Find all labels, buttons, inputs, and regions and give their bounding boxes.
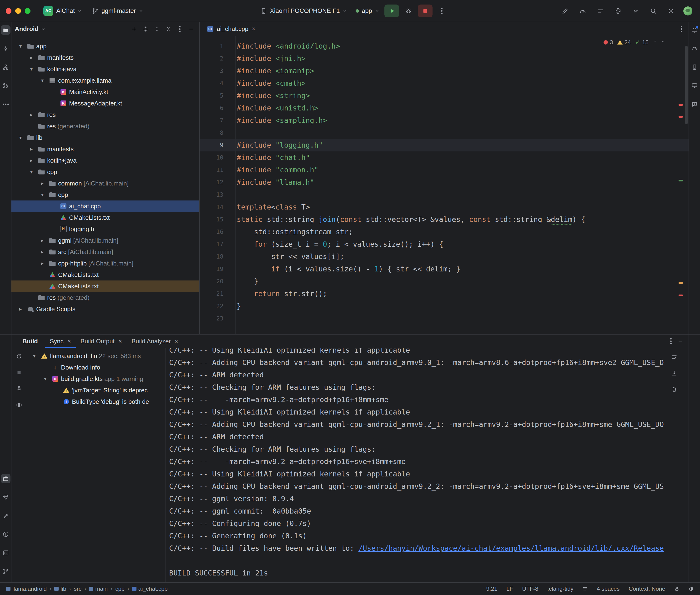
settings-icon[interactable] <box>666 6 676 16</box>
tree-row-ggml[interactable]: ▸ggml[AiChat.lib.main] <box>11 235 199 246</box>
console-line-4[interactable]: C/C++: -- Checking for ARM features usin… <box>169 381 689 394</box>
line-number[interactable]: 15 <box>200 213 233 226</box>
code-line-23[interactable]: 23 <box>200 312 689 325</box>
pin-icon[interactable] <box>14 384 24 394</box>
build-tab-build-output[interactable]: Build Output× <box>76 335 127 348</box>
clang-tidy-indicator[interactable]: .clang-tidy <box>547 586 573 592</box>
tree-row-messageadapter-kt[interactable]: MessageAdapter.kt <box>11 97 199 109</box>
chevron-right-icon[interactable]: ▸ <box>27 55 36 60</box>
console-line-15[interactable]: C/C++: -- Configuring done (0.7s) <box>169 517 689 530</box>
user-avatar[interactable] <box>683 6 692 16</box>
pull-requests-icon[interactable] <box>1 81 10 90</box>
code-line-13[interactable]: 13 <box>200 189 689 201</box>
build-tab-build-analyzer[interactable]: Build Analyzer× <box>127 335 183 348</box>
tree-row-cmakelists-txt[interactable]: CMakeLists.txt <box>11 212 199 223</box>
console-line-12[interactable]: C/C++: -- Adding CPU backend variant ggm… <box>169 480 689 492</box>
chevron-right-icon[interactable]: ▸ <box>38 180 47 186</box>
search-icon[interactable] <box>648 6 659 16</box>
chevron-right-icon[interactable]: ▸ <box>16 306 25 312</box>
stop-button[interactable] <box>418 4 432 18</box>
tree-row-com-example-llama[interactable]: ▾com.example.llama <box>11 75 199 86</box>
code-line-3[interactable]: 3#include <iomanip> <box>200 65 689 77</box>
profiler-icon[interactable] <box>578 6 588 16</box>
line-number[interactable]: 16 <box>200 226 233 238</box>
code-line-2[interactable]: 2#include <jni.h> <box>200 52 689 65</box>
panel-options-button[interactable] <box>175 24 185 34</box>
more-tool-windows-icon[interactable] <box>1 100 10 109</box>
stripe-mark[interactable] <box>678 116 683 118</box>
rerun-build-icon[interactable] <box>14 352 24 361</box>
debug-button[interactable] <box>401 4 416 18</box>
context-indicator[interactable]: Context: None <box>629 586 665 592</box>
quality-insights-icon[interactable] <box>1 492 10 502</box>
code-line-4[interactable]: 4#include <cmath> <box>200 77 689 89</box>
build-tree-row-build-gradle-kts[interactable]: ▾build.gradle.ktsapp 1 warning <box>27 373 166 385</box>
tree-row-cpp[interactable]: ▾cpp <box>11 166 199 178</box>
breadcrumb-main[interactable]: main <box>89 586 108 592</box>
console-line-14[interactable]: C/C++: -- ggml commit: 0a0bba05e <box>169 505 689 517</box>
tree-row-res[interactable]: ▸res <box>11 109 199 120</box>
code-line-10[interactable]: 10#include "chat.h" <box>200 151 689 164</box>
line-number[interactable]: 7 <box>200 114 233 127</box>
device-manager-icon[interactable] <box>690 62 699 72</box>
console-line-9[interactable]: C/C++: -- Checking for ARM features usin… <box>169 443 689 455</box>
stripe-mark[interactable] <box>678 282 683 284</box>
console-line-11[interactable]: C/C++: -- Using KleidiAI optimized kerne… <box>169 468 689 480</box>
close-icon[interactable]: × <box>252 25 255 33</box>
eye-icon[interactable] <box>14 400 24 410</box>
line-number[interactable]: 14 <box>200 201 233 213</box>
stripe-mark[interactable] <box>678 180 683 181</box>
breadcrumb-llama-android[interactable]: llama.android <box>6 586 47 592</box>
expand-all-button[interactable] <box>152 24 162 34</box>
close-icon[interactable]: × <box>67 338 71 345</box>
console-line-10[interactable]: C/C++: -- -march=armv9.2-a+dotprod+fp16+… <box>169 455 689 468</box>
code-line-16[interactable]: 16 std::ostringstream str; <box>200 226 689 238</box>
ai-chat-icon[interactable] <box>690 100 699 109</box>
version-control-icon[interactable] <box>1 567 10 576</box>
chevron-right-icon[interactable]: ▸ <box>27 158 36 163</box>
console-line-6[interactable]: C/C++: -- Using KleidiAI optimized kerne… <box>169 406 689 418</box>
chevron-down-icon[interactable]: ▾ <box>38 78 47 83</box>
line-number[interactable]: 18 <box>200 251 233 263</box>
problems-icon[interactable] <box>1 530 10 539</box>
line-number[interactable]: 13 <box>200 189 233 201</box>
code-line-11[interactable]: 11#include "common.h" <box>200 164 689 176</box>
close-window-button[interactable] <box>6 8 11 14</box>
build-tree-row-buildtype-debug-is-both-de[interactable]: BuildType 'debug' is both de <box>27 396 166 407</box>
console-line-19[interactable]: BUILD SUCCESSFUL in 21s <box>169 567 689 579</box>
hide-build-panel-button[interactable] <box>676 336 685 346</box>
tree-row-kotlin-java[interactable]: ▾kotlin+java <box>11 63 199 75</box>
structure-icon[interactable] <box>1 62 10 72</box>
build-tree-row-download-info[interactable]: Download info <box>27 362 166 373</box>
tree-row-manifests[interactable]: ▸manifests <box>11 143 199 155</box>
code-line-6[interactable]: 6#include <unistd.h> <box>200 102 689 114</box>
line-number[interactable]: 3 <box>200 65 233 77</box>
tree-row-ai-chat-cpp[interactable]: ai_chat.cpp <box>11 200 199 212</box>
console-line-5[interactable]: C/C++: -- -march=armv9.2-a+dotprod+fp16+… <box>169 394 689 406</box>
editor-tab-ai-chat-cpp[interactable]: ai_chat.cpp × <box>202 22 260 36</box>
tree-row-common[interactable]: ▸common[AiChat.lib.main] <box>11 178 199 189</box>
line-number[interactable]: 4 <box>200 77 233 89</box>
build-options-button[interactable] <box>666 336 676 346</box>
chevron-right-icon[interactable]: ▸ <box>27 112 36 118</box>
tree-row-lib[interactable]: ▾lib <box>11 132 199 143</box>
line-number[interactable]: 22 <box>200 300 233 312</box>
chevron-right-icon[interactable]: ▸ <box>38 260 47 266</box>
console-line-8[interactable]: C/C++: -- ARM detected <box>169 431 689 443</box>
console-line-17[interactable]: C/C++: -- Build files have been written … <box>169 542 689 555</box>
minimize-window-button[interactable] <box>15 8 21 14</box>
line-number[interactable]: 20 <box>200 275 233 288</box>
code-editor[interactable]: 1#include <android/log.h>2#include <jni.… <box>200 36 689 334</box>
editor-options-button[interactable] <box>677 24 686 34</box>
tree-row-cpp[interactable]: ▾cpp <box>11 189 199 200</box>
console-line-2[interactable]: C/C++: -- Adding CPU backend variant ggm… <box>169 357 689 369</box>
code-line-7[interactable]: 7#include <sampling.h> <box>200 114 689 127</box>
editor-scrollbar[interactable] <box>685 46 688 124</box>
code-line-20[interactable]: 20 } <box>200 275 689 288</box>
more-run-options-button[interactable] <box>435 4 449 18</box>
stop-build-icon[interactable] <box>14 368 24 377</box>
chevron-down-icon[interactable]: ▾ <box>41 376 50 382</box>
tree-row-gradle-scripts[interactable]: ▸Gradle Scripts <box>11 303 199 315</box>
soft-wrap-icon[interactable] <box>670 352 679 362</box>
tree-row-logging-h[interactable]: logging.h <box>11 223 199 235</box>
